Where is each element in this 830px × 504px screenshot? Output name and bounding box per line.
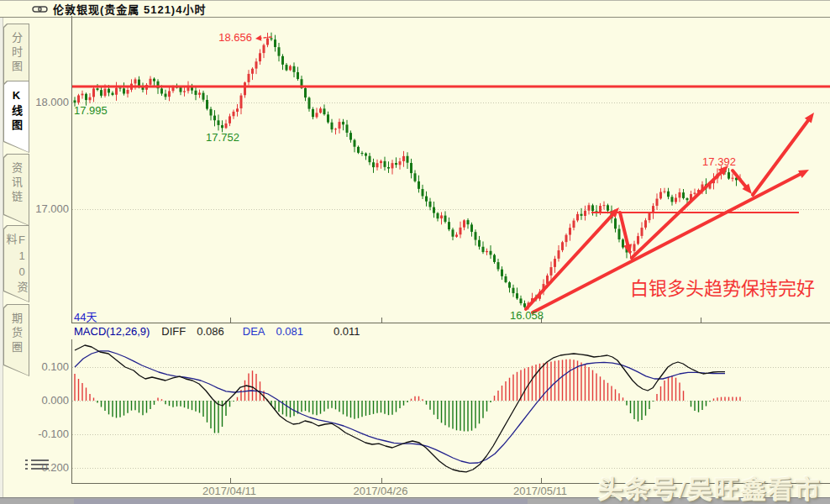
macd-axis-label: 0.000 xyxy=(22,394,69,407)
svg-text:17.995: 17.995 xyxy=(74,104,108,117)
app-window: 伦敦银现(贵金属 5121)4小时 分时图 K线图 资讯链 F10资料 期货圈 … xyxy=(0,0,830,504)
macd-axis-label: 0.100 xyxy=(22,360,69,373)
svg-text:17.392: 17.392 xyxy=(702,155,736,168)
instrument-title: 伦敦银现(贵金属 5121)4小时 xyxy=(53,1,206,17)
price-axis-label: 18.000 xyxy=(22,96,69,108)
dea-label: DEA xyxy=(243,325,265,338)
macd-indicator-header: MACD(12,26,9) DIFF 0.086 DEA 0.081 0.011 xyxy=(74,325,360,338)
macd-value: 0.011 xyxy=(334,325,360,338)
sidebar-tab-news[interactable]: 资讯链 xyxy=(3,154,29,226)
diff-label: DIFF xyxy=(161,325,186,338)
sidebar-tab-kline[interactable]: K线图 xyxy=(3,81,29,153)
tab-label: K线图 xyxy=(11,89,22,152)
macd-chart[interactable] xyxy=(71,339,830,484)
dea-value: 0.081 xyxy=(276,325,303,338)
tab-label: 资讯链 xyxy=(11,162,22,225)
candlestick-chart[interactable]: 18.65617.99517.75216.05817.392白银多头趋势保持完好 xyxy=(71,16,830,323)
svg-text:18.656: 18.656 xyxy=(218,31,252,44)
watermark-text: 头条号/吴旺鑫看市 xyxy=(598,469,822,504)
tab-label: F10资料 xyxy=(6,234,28,302)
sidebar-tab-f10[interactable]: F10资料 xyxy=(3,225,29,302)
scrollbar-thumb[interactable] xyxy=(74,499,528,504)
chain-link-icon[interactable] xyxy=(32,5,48,13)
x-axis-date: 2017/04/11 xyxy=(179,485,280,497)
diff-value: 0.086 xyxy=(197,325,224,338)
x-axis-date: 2017/04/26 xyxy=(330,485,431,497)
price-axis-label: 17.000 xyxy=(22,202,69,215)
macd-params-label: MACD(12,26,9) xyxy=(74,325,150,338)
period-count-label: 44天 xyxy=(74,308,97,324)
x-axis-date: 2017/05/11 xyxy=(490,485,591,497)
macd-axis-label: -0.100 xyxy=(22,428,69,440)
svg-text:17.752: 17.752 xyxy=(206,131,239,144)
tab-label: 期货圈 xyxy=(11,312,22,375)
svg-text:白银多头趋势保持完好: 白银多头趋势保持完好 xyxy=(630,278,815,299)
title-bar: 伦敦银现(贵金属 5121)4小时 xyxy=(0,0,830,18)
list-menu-icon[interactable] xyxy=(25,459,49,472)
svg-text:16.058: 16.058 xyxy=(510,309,544,322)
